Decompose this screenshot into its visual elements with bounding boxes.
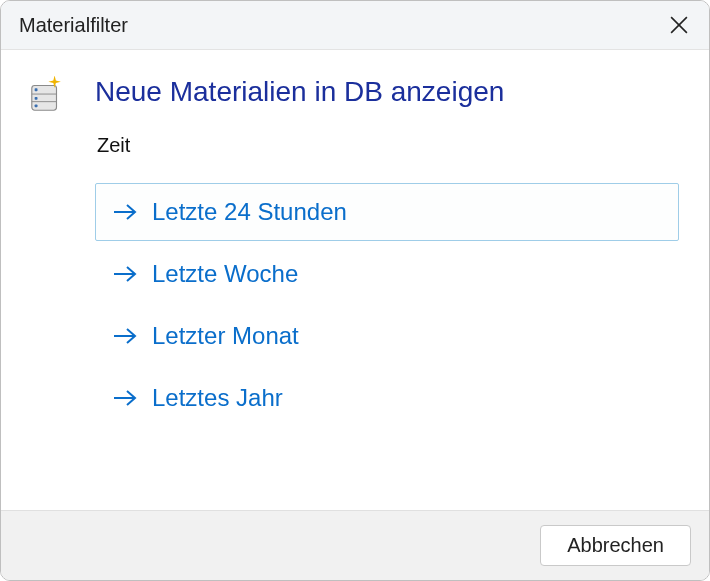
arrow-right-icon [112,387,138,409]
option-label: Letzte 24 Stunden [152,198,347,226]
close-button[interactable] [665,11,693,39]
main-column: Neue Materialien in DB anzeigen Zeit Let… [95,72,679,500]
option-last-week[interactable]: Letzte Woche [95,245,679,303]
svg-rect-5 [35,88,38,91]
icon-column [27,72,67,500]
option-last-year[interactable]: Letztes Jahr [95,369,679,427]
time-options-list: Letzte 24 Stunden Letzte Woche Letzter M… [95,183,679,427]
footer: Abbrechen [1,510,709,580]
option-label: Letztes Jahr [152,384,283,412]
section-label: Zeit [97,134,679,157]
svg-rect-6 [35,97,38,100]
option-label: Letzte Woche [152,260,298,288]
option-label: Letzter Monat [152,322,299,350]
arrow-right-icon [112,325,138,347]
titlebar: Materialfilter [1,1,709,50]
cancel-button[interactable]: Abbrechen [540,525,691,566]
dialog-title: Materialfilter [19,14,128,37]
option-last-month[interactable]: Letzter Monat [95,307,679,365]
svg-rect-7 [35,105,38,108]
close-icon [670,16,688,34]
content-area: Neue Materialien in DB anzeigen Zeit Let… [1,50,709,510]
dialog-window: Materialfilter [0,0,710,581]
page-heading: Neue Materialien in DB anzeigen [95,76,679,108]
option-last-24h[interactable]: Letzte 24 Stunden [95,183,679,241]
database-new-icon [28,76,66,114]
arrow-right-icon [112,263,138,285]
arrow-right-icon [112,201,138,223]
